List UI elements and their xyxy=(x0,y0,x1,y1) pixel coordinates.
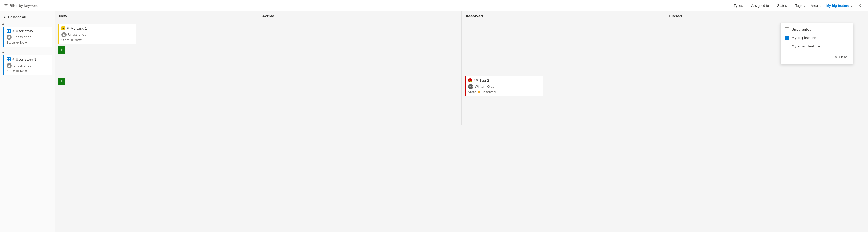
story1-state-label: State xyxy=(6,69,15,73)
bug10-state: State Resolved xyxy=(468,90,540,94)
collapse-all-label: Collapse all xyxy=(8,15,26,19)
types-filter-button[interactable]: Types ⌄ xyxy=(732,3,748,9)
bug-card-10: 🐛 10 Bug 2 WG William Glas State Resolve… xyxy=(465,76,543,96)
svg-rect-0 xyxy=(7,30,8,31)
mysmallfeature-checkbox[interactable] xyxy=(785,44,789,48)
clear-label: Clear xyxy=(839,55,847,59)
story-title-2: 5 User story 2 xyxy=(6,29,50,33)
story1-assignee-label: Unassigned xyxy=(13,64,32,67)
bug10-state-label: State xyxy=(468,90,476,94)
bug10-assignee-label: William Glas xyxy=(475,85,494,88)
bug10-title-text: Bug 2 xyxy=(479,79,489,82)
add-icon: + xyxy=(60,47,63,53)
clear-icon: ✕ xyxy=(834,55,837,59)
area-filter-button[interactable]: Area ⌄ xyxy=(809,3,823,9)
svg-rect-5 xyxy=(7,58,8,59)
mybigfeature-label: My big feature xyxy=(792,36,816,40)
story-card-1: 4 User story 1 Unassigned State New xyxy=(3,55,53,75)
dropdown-item-mybigfeature[interactable]: My big feature xyxy=(781,34,853,42)
tags-filter-button[interactable]: Tags ⌄ xyxy=(793,3,807,9)
close-filter-button[interactable]: ✕ xyxy=(856,2,864,10)
board-row-story1: + 🐛 10 Bug 2 xyxy=(55,73,868,125)
svg-rect-1 xyxy=(9,30,10,31)
story2-state: State New xyxy=(6,41,50,44)
story1-state-dot xyxy=(17,70,19,72)
task6-title: 6 My task 1 xyxy=(61,26,133,31)
filter-keyword-label[interactable]: Filter by keyword xyxy=(9,4,38,7)
feature-filter-button[interactable]: My big feature ⌄ xyxy=(824,3,855,9)
task6-num: 6 xyxy=(67,27,69,30)
task6-assignee-label: Unassigned xyxy=(68,33,86,36)
story-card-2: 5 User story 2 Unassigned State New xyxy=(3,27,53,47)
svg-rect-6 xyxy=(9,58,10,59)
tags-chevron-icon: ⌄ xyxy=(803,4,805,7)
story1-num: 4 xyxy=(12,57,14,61)
task6-assignee: Unassigned xyxy=(61,32,133,37)
board-cell-story2-resolved xyxy=(462,21,665,73)
story-header-2[interactable]: ▲ xyxy=(0,21,55,26)
states-filter-button[interactable]: States ⌄ xyxy=(775,3,792,9)
col-header-active: Active xyxy=(258,11,462,21)
task6-avatar xyxy=(61,32,66,37)
board-row-story2: 6 My task 1 Unassigned State xyxy=(55,21,868,73)
story-header-1[interactable]: ▲ xyxy=(0,49,55,54)
board-cell-story1-active xyxy=(258,73,462,125)
sidebar: ▲ Collapse all ▲ 5 User story 2 xyxy=(0,11,55,232)
task6-title-text: My task 1 xyxy=(71,27,87,31)
story-icon-1 xyxy=(6,57,11,62)
story1-assignee: Unassigned xyxy=(6,63,50,68)
task6-state-dot xyxy=(71,39,73,41)
unparented-label: Unparented xyxy=(792,28,812,32)
clear-button[interactable]: ✕ Clear xyxy=(832,54,849,60)
add-button-story2-new[interactable]: + xyxy=(58,46,65,53)
dropdown-footer: ✕ Clear xyxy=(781,52,853,62)
unparented-checkbox[interactable] xyxy=(785,27,789,32)
story1-avatar xyxy=(6,63,12,68)
feature-dropdown-panel: Unparented My big feature My small featu… xyxy=(780,23,854,64)
close-icon: ✕ xyxy=(858,3,862,8)
col-header-closed: Closed xyxy=(665,11,868,21)
bug10-state-value: Resolved xyxy=(482,90,496,94)
svg-rect-2 xyxy=(7,31,8,32)
bug-icon: 🐛 xyxy=(468,78,472,82)
story1-title-text: User story 1 xyxy=(16,57,36,62)
collapse-story2-icon: ▲ xyxy=(2,22,4,25)
story-icon-2 xyxy=(6,29,11,33)
story2-state-value: New xyxy=(20,41,27,44)
dropdown-item-unparented[interactable]: Unparented xyxy=(781,25,853,34)
bug10-num: 10 xyxy=(474,79,478,82)
mysmallfeature-label: My small feature xyxy=(792,44,820,48)
bug10-title: 🐛 10 Bug 2 xyxy=(468,78,540,82)
filter-bar: Filter by keyword Types ⌄ Assigned to ⌄ … xyxy=(0,0,868,11)
filter-icon xyxy=(4,3,8,8)
states-chevron-icon: ⌄ xyxy=(788,4,790,7)
filter-bar-left: Filter by keyword xyxy=(4,3,730,8)
assigned-to-filter-button[interactable]: Assigned to ⌄ xyxy=(749,3,774,9)
assigned-to-chevron-icon: ⌄ xyxy=(770,4,772,7)
collapse-all-button[interactable]: ▲ Collapse all xyxy=(0,13,55,21)
feature-chevron-icon: ⌄ xyxy=(850,4,852,7)
mybigfeature-checkbox[interactable] xyxy=(785,36,789,40)
story1-state: State New xyxy=(6,69,50,73)
task6-state-value: New xyxy=(75,38,82,42)
story2-title-text: User story 2 xyxy=(16,29,36,33)
dropdown-divider xyxy=(781,51,853,51)
collapse-story1-icon: ▲ xyxy=(2,50,4,53)
board-cell-story2-new: 6 My task 1 Unassigned State xyxy=(55,21,258,73)
story-group-1: ▲ 4 User story 1 xyxy=(0,49,55,75)
main-content: ▲ Collapse all ▲ 5 User story 2 xyxy=(0,11,868,232)
dropdown-item-mysmallfeature[interactable]: My small feature xyxy=(781,42,853,50)
task6-state-label: State xyxy=(61,38,70,42)
add-button-story1-new[interactable]: + xyxy=(58,78,65,85)
story2-num: 5 xyxy=(12,29,14,33)
board-cell-story1-resolved: 🐛 10 Bug 2 WG William Glas State Resolve… xyxy=(462,73,665,125)
svg-rect-3 xyxy=(9,31,10,32)
types-chevron-icon: ⌄ xyxy=(744,4,746,7)
story2-assignee-label: Unassigned xyxy=(13,35,32,39)
story2-assignee: Unassigned xyxy=(6,35,50,40)
collapse-icon: ▲ xyxy=(3,15,6,19)
task-icon xyxy=(61,26,65,31)
board-cell-story2-active xyxy=(258,21,462,73)
svg-rect-7 xyxy=(7,60,8,61)
task-card-6: 6 My task 1 Unassigned State xyxy=(58,24,136,44)
